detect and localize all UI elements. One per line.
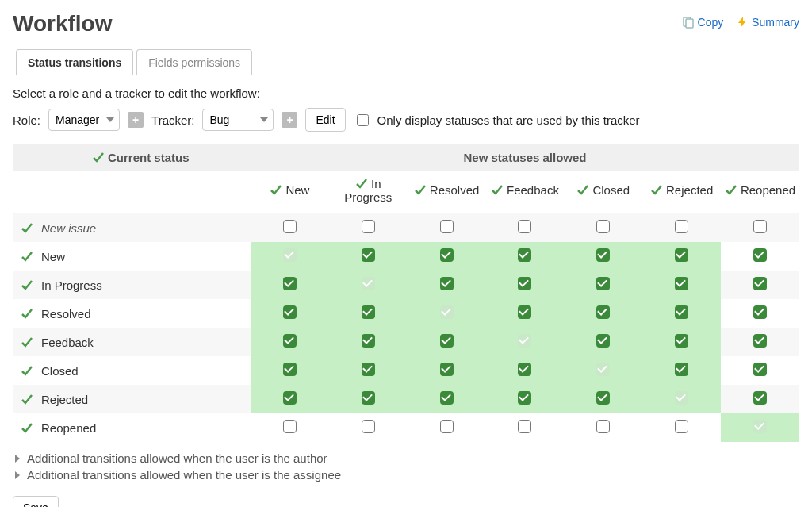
row-header[interactable]: Reopened bbox=[13, 413, 251, 442]
row-header[interactable]: Rejected bbox=[13, 385, 251, 413]
check-all-row-icon[interactable] bbox=[21, 250, 33, 263]
transition-checkbox[interactable] bbox=[362, 334, 375, 348]
transition-checkbox[interactable] bbox=[596, 363, 610, 376]
transition-checkbox[interactable] bbox=[283, 277, 297, 290]
transition-checkbox[interactable] bbox=[518, 220, 531, 233]
column-header[interactable]: Reopened bbox=[721, 171, 799, 213]
transition-checkbox[interactable] bbox=[440, 277, 454, 290]
transition-checkbox[interactable] bbox=[596, 277, 610, 290]
copy-link[interactable]: Copy bbox=[682, 16, 724, 29]
transition-checkbox[interactable] bbox=[675, 305, 688, 319]
check-all-row-icon[interactable] bbox=[21, 221, 33, 234]
column-header[interactable]: Feedback bbox=[486, 171, 565, 213]
transition-checkbox[interactable] bbox=[440, 420, 454, 433]
check-all-row-icon[interactable] bbox=[21, 336, 33, 348]
transition-checkbox[interactable] bbox=[283, 363, 297, 376]
transition-checkbox[interactable] bbox=[675, 248, 688, 262]
transition-checkbox[interactable] bbox=[753, 363, 767, 376]
transition-checkbox[interactable] bbox=[283, 420, 297, 433]
transition-checkbox[interactable] bbox=[753, 334, 767, 348]
transition-checkbox[interactable] bbox=[518, 334, 531, 348]
collapsible-assignee[interactable]: Additional transitions allowed when the … bbox=[13, 467, 799, 483]
column-header[interactable]: Closed bbox=[564, 171, 642, 213]
save-button[interactable]: Save bbox=[13, 496, 59, 507]
transition-checkbox[interactable] bbox=[753, 220, 767, 233]
only-used-wrap[interactable]: Only display statuses that are used by t… bbox=[354, 112, 640, 129]
transition-checkbox[interactable] bbox=[283, 305, 297, 319]
transition-checkbox[interactable] bbox=[440, 248, 454, 262]
transition-checkbox[interactable] bbox=[440, 391, 454, 405]
check-all-column-icon[interactable] bbox=[725, 183, 737, 196]
row-header[interactable]: Feedback bbox=[13, 328, 251, 356]
transition-checkbox[interactable] bbox=[518, 277, 531, 290]
summary-link[interactable]: Summary bbox=[736, 16, 799, 29]
transition-checkbox[interactable] bbox=[362, 305, 375, 319]
column-header[interactable]: InProgress bbox=[329, 171, 408, 213]
transition-checkbox[interactable] bbox=[753, 248, 767, 262]
row-header[interactable]: New bbox=[13, 242, 251, 271]
check-all-row-icon[interactable] bbox=[21, 278, 33, 291]
collapsible-author[interactable]: Additional transitions allowed when the … bbox=[13, 450, 799, 467]
transition-checkbox[interactable] bbox=[440, 334, 454, 348]
check-all-column-icon[interactable] bbox=[414, 183, 427, 196]
tab-fields-permissions[interactable]: Fields permissions bbox=[136, 49, 252, 75]
transition-checkbox[interactable] bbox=[596, 420, 610, 433]
transition-checkbox[interactable] bbox=[675, 363, 688, 376]
check-all-row-icon[interactable] bbox=[21, 393, 33, 405]
transition-checkbox[interactable] bbox=[596, 334, 610, 348]
transition-checkbox[interactable] bbox=[362, 391, 375, 405]
transition-checkbox[interactable] bbox=[283, 248, 297, 262]
column-header[interactable]: Resolved bbox=[408, 171, 486, 213]
transition-checkbox[interactable] bbox=[753, 277, 767, 290]
transition-checkbox[interactable] bbox=[362, 363, 375, 376]
transition-checkbox[interactable] bbox=[675, 277, 688, 290]
check-all-column-icon[interactable] bbox=[270, 183, 282, 196]
column-header[interactable]: Rejected bbox=[642, 171, 721, 213]
role-select[interactable]: Manager bbox=[48, 109, 120, 131]
transition-checkbox[interactable] bbox=[518, 420, 531, 433]
check-all-current-icon[interactable] bbox=[92, 151, 105, 163]
transition-checkbox[interactable] bbox=[675, 220, 688, 233]
transition-checkbox[interactable] bbox=[283, 220, 297, 233]
transition-checkbox[interactable] bbox=[596, 305, 610, 319]
transition-checkbox[interactable] bbox=[675, 420, 688, 433]
tracker-select[interactable]: Bug bbox=[202, 109, 274, 131]
transition-checkbox[interactable] bbox=[362, 420, 375, 433]
transition-checkbox[interactable] bbox=[596, 248, 610, 262]
row-header[interactable]: Resolved bbox=[13, 299, 251, 328]
transition-checkbox[interactable] bbox=[440, 220, 454, 233]
transition-checkbox[interactable] bbox=[753, 391, 767, 405]
transition-checkbox[interactable] bbox=[596, 220, 610, 233]
edit-button[interactable]: Edit bbox=[305, 108, 345, 132]
transition-checkbox[interactable] bbox=[753, 420, 767, 433]
check-all-column-icon[interactable] bbox=[576, 183, 589, 196]
transition-checkbox[interactable] bbox=[362, 277, 375, 290]
check-all-row-icon[interactable] bbox=[21, 307, 33, 320]
check-all-column-icon[interactable] bbox=[491, 183, 504, 196]
tracker-add-button[interactable]: + bbox=[282, 112, 297, 128]
role-add-button[interactable]: + bbox=[128, 112, 144, 128]
check-all-column-icon[interactable] bbox=[650, 183, 663, 196]
row-header[interactable]: Closed bbox=[13, 356, 251, 385]
transition-checkbox[interactable] bbox=[362, 220, 375, 233]
transition-checkbox[interactable] bbox=[675, 334, 688, 348]
transition-checkbox[interactable] bbox=[596, 391, 610, 405]
transition-checkbox[interactable] bbox=[440, 305, 454, 319]
tab-status-transitions[interactable]: Status transitions bbox=[16, 49, 133, 75]
transition-checkbox[interactable] bbox=[675, 391, 688, 405]
transition-checkbox[interactable] bbox=[283, 391, 297, 405]
transition-checkbox[interactable] bbox=[283, 334, 297, 348]
check-all-row-icon[interactable] bbox=[21, 364, 33, 377]
transition-checkbox[interactable] bbox=[440, 363, 454, 376]
row-header[interactable]: In Progress bbox=[13, 271, 251, 299]
row-header[interactable]: New issue bbox=[13, 213, 251, 242]
transition-checkbox[interactable] bbox=[518, 363, 531, 376]
transition-checkbox[interactable] bbox=[518, 305, 531, 319]
check-all-row-icon[interactable] bbox=[21, 421, 33, 434]
transition-checkbox[interactable] bbox=[518, 391, 531, 405]
transition-checkbox[interactable] bbox=[362, 248, 375, 262]
transition-checkbox[interactable] bbox=[518, 248, 531, 262]
only-used-checkbox[interactable] bbox=[357, 114, 369, 126]
transition-checkbox[interactable] bbox=[753, 305, 767, 319]
column-header[interactable]: New bbox=[251, 171, 329, 213]
